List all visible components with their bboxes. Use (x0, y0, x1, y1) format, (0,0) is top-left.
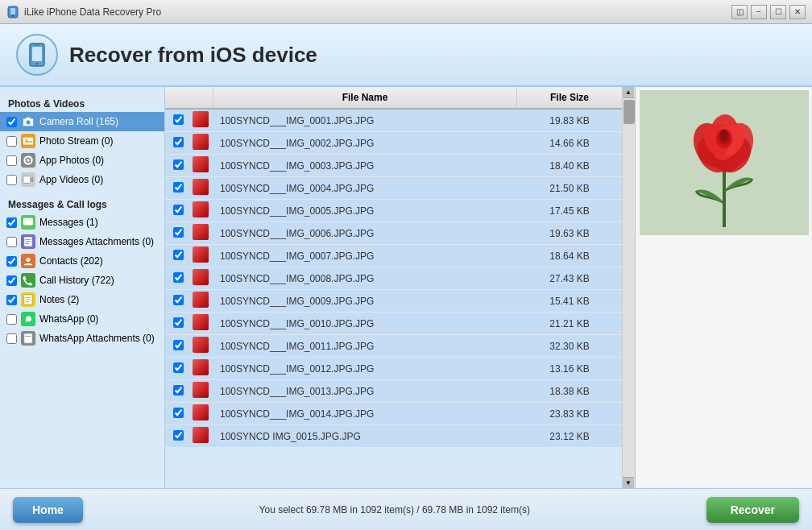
row-checkbox[interactable] (173, 295, 184, 305)
table-row[interactable]: 100SYNCD___IMG_0013.JPG.JPG 18.38 KB (165, 380, 622, 403)
camera-roll-checkbox[interactable] (6, 117, 17, 127)
sidebar-item-whatsapp-attach[interactable]: WhatsApp Attachments (0) (0, 329, 164, 348)
row-checkbox-cell[interactable] (165, 359, 191, 379)
row-checkbox-cell[interactable] (165, 269, 191, 288)
row-checkbox-cell[interactable] (165, 224, 191, 243)
scroll-thumb[interactable] (624, 100, 635, 124)
table-row[interactable]: 100SYNCD___IMG_0006.JPG.JPG 19.63 KB (165, 222, 622, 245)
scroll-up-button[interactable]: ▲ (623, 87, 634, 98)
row-checkbox[interactable] (173, 408, 184, 418)
row-checkbox-cell[interactable] (165, 156, 191, 176)
row-checkbox[interactable] (173, 137, 184, 147)
sidebar-item-messages-attach[interactable]: Messages Attachments (0) (0, 232, 164, 251)
file-type-icon (191, 132, 213, 154)
sidebar-item-app-videos[interactable]: App Videos (0) (0, 170, 164, 189)
file-size: 18.40 KB (517, 157, 622, 175)
file-type-icon (191, 110, 213, 131)
table-row[interactable]: 100SYNCD___IMG_0007.JPG.JPG 18.64 KB (165, 245, 622, 267)
table-row[interactable]: 100SYNCD___IMG_0008.JPG.JPG 27.43 KB (165, 267, 622, 290)
row-checkbox[interactable] (173, 385, 184, 395)
table-row[interactable]: 100SYNCD___IMG_0003.JPG.JPG 18.40 KB (165, 155, 622, 177)
row-checkbox[interactable] (173, 340, 184, 350)
table-row[interactable]: 100SYNCD___IMG_0012.JPG.JPG 13.16 KB (165, 358, 622, 380)
table-row[interactable]: 100SYNCD___IMG_0009.JPG.JPG 15.41 KB (165, 290, 622, 313)
home-button[interactable]: Home (13, 497, 83, 523)
close-button[interactable]: ✕ (789, 5, 806, 19)
file-size: 14.66 KB (517, 135, 622, 152)
whatsapp-attach-checkbox[interactable] (6, 333, 17, 344)
sidebar-item-photo-stream[interactable]: Photo Stream (0) (0, 131, 164, 151)
maximize-button[interactable]: ☐ (770, 5, 786, 19)
row-checkbox-cell[interactable] (165, 201, 191, 221)
scroll-down-button[interactable]: ▼ (623, 477, 634, 488)
row-checkbox-cell[interactable] (165, 246, 191, 266)
svg-rect-2 (11, 15, 14, 17)
row-checkbox[interactable] (173, 272, 184, 283)
row-checkbox-cell[interactable] (165, 314, 191, 333)
jpg-icon (193, 224, 209, 240)
row-checkbox[interactable] (173, 250, 184, 260)
svg-point-14 (27, 159, 30, 162)
row-checkbox[interactable] (173, 159, 184, 170)
row-checkbox[interactable] (173, 430, 184, 441)
minimize-button[interactable]: − (751, 5, 767, 19)
row-checkbox[interactable] (173, 317, 184, 328)
sidebar-item-camera-roll[interactable]: Camera Roll (165) (0, 112, 164, 131)
row-checkbox[interactable] (173, 227, 184, 238)
row-checkbox-cell[interactable] (165, 179, 191, 198)
app-photos-label: App Photos (0) (39, 155, 104, 166)
table-row[interactable]: 100SYNCD___IMG_0014.JPG.JPG 23.83 KB (165, 403, 622, 425)
app-videos-label: App Videos (0) (39, 174, 103, 185)
row-checkbox-cell[interactable] (165, 427, 191, 446)
app-icon (6, 6, 19, 19)
row-checkbox-cell[interactable] (165, 134, 191, 153)
sidebar-item-whatsapp[interactable]: WhatsApp (0) (0, 309, 164, 329)
messages-checkbox[interactable] (6, 217, 17, 228)
row-checkbox[interactable] (173, 362, 184, 373)
row-checkbox-cell[interactable] (165, 111, 191, 130)
table-row[interactable]: 100SYNCD IMG_0015.JPG.JPG 23.12 KB (165, 425, 622, 448)
recover-button[interactable]: Recover (706, 497, 799, 523)
file-type-icon (191, 200, 213, 222)
svg-rect-6 (35, 45, 39, 46)
row-checkbox[interactable] (173, 205, 184, 215)
sidebar-item-app-photos[interactable]: App Photos (0) (0, 151, 164, 170)
messages-label: Messages (1) (39, 217, 98, 228)
sidebar-item-call-history[interactable]: Call History (722) (0, 271, 164, 290)
sidebar-item-notes[interactable]: Notes (2) (0, 290, 164, 309)
jpg-icon (193, 404, 209, 420)
whatsapp-checkbox[interactable] (6, 314, 17, 325)
sidebar-item-messages[interactable]: Messages (1) (0, 213, 164, 232)
file-size: 23.12 KB (517, 428, 622, 445)
row-checkbox[interactable] (173, 114, 184, 125)
file-name: 100SYNCD___IMG_0003.JPG.JPG (213, 157, 517, 175)
messages-attach-checkbox[interactable] (6, 237, 17, 247)
file-size: 27.43 KB (517, 270, 622, 288)
row-checkbox-cell[interactable] (165, 292, 191, 311)
table-row[interactable]: 100SYNCD___IMG_0004.JPG.JPG 21.50 KB (165, 177, 622, 200)
app-videos-checkbox[interactable] (6, 175, 17, 185)
contacts-checkbox[interactable] (6, 256, 17, 267)
notes-checkbox[interactable] (6, 295, 17, 305)
table-row[interactable]: 100SYNCD___IMG_0005.JPG.JPG 17.45 KB (165, 200, 622, 222)
table-row[interactable]: 100SYNCD___IMG_0010.JPG.JPG 21.21 KB (165, 313, 622, 335)
app-photos-checkbox[interactable] (6, 155, 17, 166)
table-row[interactable]: 100SYNCD___IMG_0002.JPG.JPG 14.66 KB (165, 132, 622, 155)
table-row[interactable]: 100SYNCD___IMG_0001.JPG.JPG 19.83 KB (165, 110, 622, 132)
scrollbar[interactable]: ▲ ▼ (622, 87, 635, 488)
file-name: 100SYNCD___IMG_0011.JPG.JPG (213, 337, 517, 355)
svg-point-11 (25, 139, 27, 141)
row-checkbox-cell[interactable] (165, 404, 191, 424)
file-size: 19.63 KB (517, 225, 622, 242)
restore-button[interactable]: ◫ (731, 5, 748, 19)
photo-stream-checkbox[interactable] (6, 136, 17, 147)
sidebar-section-messages: Messages & Call logs (0, 194, 164, 213)
table-row[interactable]: 100SYNCD___IMG_0011.JPG.JPG 32.30 KB (165, 335, 622, 358)
row-checkbox-cell[interactable] (165, 337, 191, 356)
file-type-icon (191, 335, 213, 357)
row-checkbox[interactable] (173, 182, 184, 193)
sidebar-item-contacts[interactable]: Contacts (202) (0, 251, 164, 271)
call-history-checkbox[interactable] (6, 275, 17, 286)
row-checkbox-cell[interactable] (165, 382, 191, 401)
file-size: 21.21 KB (517, 315, 622, 333)
